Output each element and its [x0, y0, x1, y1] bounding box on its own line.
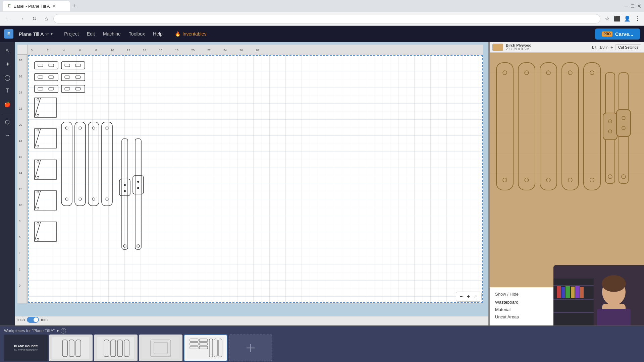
app: E Plane Till A ☆ ▾ Project Edit Machine … [0, 26, 644, 362]
toggle-knob [34, 317, 38, 322]
project-name: Plane Till A ☆ ▾ [19, 31, 53, 37]
svg-point-93 [137, 181, 139, 183]
svg-text:20: 20 [19, 123, 22, 126]
menu-machine[interactable]: Machine [100, 29, 124, 39]
unit-toggle: inch mm [15, 317, 50, 323]
shape-tool[interactable]: ✦ [1, 58, 13, 70]
svg-point-88 [124, 184, 126, 186]
text-tool[interactable]: T [1, 85, 13, 97]
workpiece-thumb-4[interactable] [139, 335, 182, 361]
preview-top-bar: Birch Plywood 29 × 29 × 0.5 in Bit: 1/8 … [490, 42, 644, 53]
workpiece-thumbnails: PLANE HOLDER BY STEVE MOSELEY [4, 335, 272, 361]
tab-title: Easel - Plane Till A [13, 4, 50, 9]
new-tab-button[interactable]: + [71, 1, 77, 11]
svg-rect-142 [575, 286, 580, 298]
svg-text:4: 4 [63, 49, 65, 52]
svg-text:8: 8 [95, 49, 97, 52]
svg-rect-144 [52, 337, 89, 359]
svg-text:26: 26 [19, 75, 22, 78]
material-name: Birch Plywood [506, 43, 531, 47]
svg-rect-141 [571, 287, 575, 298]
preview-svg [490, 53, 644, 287]
svg-point-89 [124, 190, 126, 192]
cut-settings-button[interactable]: Cut Settings [615, 44, 641, 50]
ruler-vertical: 28 26 24 22 20 18 16 14 12 10 8 6 4 2 [17, 55, 28, 303]
maximize-icon[interactable]: □ [631, 3, 634, 9]
forward-button[interactable]: → [16, 14, 27, 23]
canvas-area: 0 2 4 6 8 10 12 14 16 18 20 22 24 26 [15, 42, 488, 325]
tab-bar: E Easel - Plane Till A ✕ + ─ □ ✕ [0, 0, 644, 12]
svg-text:6: 6 [19, 236, 20, 239]
svg-text:6: 6 [79, 49, 81, 52]
svg-text:4: 4 [19, 252, 20, 255]
menu-toolbox[interactable]: Toolbox [125, 29, 148, 39]
address-bar[interactable] [53, 14, 600, 23]
unit-toggle-switch[interactable] [27, 317, 39, 323]
pro-badge: PRO [602, 32, 612, 37]
workpiece-thumb-1[interactable]: PLANE HOLDER BY STEVE MOSELEY [4, 335, 48, 361]
svg-text:16: 16 [159, 49, 162, 52]
workpiece-thumb-3[interactable] [94, 335, 138, 361]
workpieces-dropdown-icon[interactable]: ▾ [57, 328, 59, 333]
svg-text:12: 12 [19, 187, 22, 191]
menu-icon[interactable]: ⋮ [633, 15, 641, 23]
svg-text:14: 14 [143, 49, 146, 52]
back-button[interactable]: ← [3, 14, 13, 23]
svg-text:14: 14 [19, 171, 22, 175]
browser-chrome: E Easel - Plane Till A ✕ + ─ □ ✕ ← → ↻ ⌂… [0, 0, 644, 26]
svg-text:18: 18 [175, 49, 178, 52]
svg-text:0: 0 [31, 49, 33, 52]
svg-text:20: 20 [191, 49, 195, 52]
app-logo: E [4, 29, 13, 39]
preview-canvas [490, 53, 644, 287]
svg-text:18: 18 [19, 139, 22, 142]
menu-project[interactable]: Project [61, 29, 82, 39]
svg-rect-136 [553, 299, 594, 300]
menubar: E Plane Till A ☆ ▾ Project Edit Machine … [0, 26, 644, 42]
apps-tool[interactable]: 🍎 [1, 98, 13, 110]
svg-text:16: 16 [19, 155, 22, 159]
add-workpiece-button[interactable] [229, 335, 272, 361]
svg-text:10: 10 [111, 49, 114, 52]
left-toolbar: ↖ ✦ ◯ T 🍎 ⬡ → [0, 42, 15, 325]
browser-tab[interactable]: E Easel - Plane Till A ✕ [3, 1, 70, 11]
circle-tool[interactable]: ◯ [1, 71, 13, 83]
canvas-shapes [28, 55, 483, 303]
extensions-icon[interactable]: ⬛ [613, 15, 621, 23]
ruler-corner [17, 45, 28, 55]
reload-button[interactable]: ↻ [30, 14, 39, 23]
svg-rect-133 [597, 309, 631, 325]
material-swatch [492, 44, 503, 51]
project-dropdown-icon[interactable]: ▾ [51, 32, 53, 36]
zoom-reset-button[interactable]: ⌂ [473, 293, 479, 300]
material-size: 29 × 29 × 0.5 in [506, 47, 531, 51]
zoom-out-button[interactable]: − [458, 293, 464, 300]
menu-edit[interactable]: Edit [84, 29, 98, 39]
carve-button[interactable]: PRO Carve... [595, 28, 640, 40]
inventables-button[interactable]: 🔥 Inventables [171, 29, 210, 39]
workpieces-info-icon[interactable]: ? [61, 328, 66, 334]
bookmark-icon[interactable]: ☆ [603, 15, 611, 23]
svg-text:12: 12 [127, 49, 130, 52]
zoom-in-button[interactable]: + [466, 293, 471, 300]
star-icon[interactable]: ☆ [45, 31, 49, 37]
add-bit-icon[interactable]: + [610, 45, 613, 50]
import-tool[interactable]: → [1, 129, 13, 141]
svg-text:22: 22 [207, 49, 211, 52]
tab-close-icon[interactable]: ✕ [52, 3, 56, 9]
svg-text:28: 28 [19, 59, 22, 62]
minimize-icon[interactable]: ─ [625, 3, 628, 9]
home-button[interactable]: ⌂ [42, 14, 51, 23]
unit-alt-label: mm [41, 317, 48, 322]
select-tool[interactable]: ↖ [1, 45, 13, 57]
material-info: Birch Plywood 29 × 29 × 0.5 in [506, 43, 531, 51]
design-canvas[interactable] [28, 55, 483, 303]
profile-icon[interactable]: 👤 [623, 15, 631, 23]
layers-tool[interactable]: ⬡ [1, 116, 13, 128]
workpiece-thumb-5[interactable] [184, 335, 227, 361]
workpiece-thumb-2[interactable] [49, 335, 93, 361]
menu-help[interactable]: Help [150, 29, 166, 39]
inventables-icon: 🔥 [175, 31, 180, 37]
close-window-icon[interactable]: ✕ [637, 3, 641, 9]
video-thumbnail[interactable] [553, 265, 644, 325]
